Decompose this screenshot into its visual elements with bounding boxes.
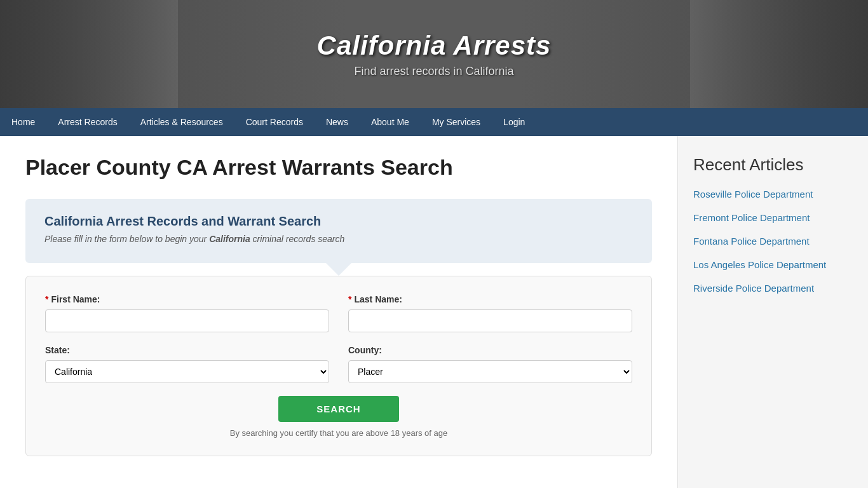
- search-button[interactable]: SEARCH: [278, 396, 398, 422]
- last-name-group: *Last Name:: [348, 294, 632, 332]
- search-disclaimer: By searching you certify that you are ab…: [45, 428, 632, 438]
- subtitle-before: Please fill in the form below to begin y…: [44, 234, 209, 244]
- sidebar-link-fontana[interactable]: Fontana Police Department: [693, 234, 853, 248]
- page-title: Placer County CA Arrest Warrants Search: [25, 155, 652, 180]
- nav-home[interactable]: Home: [0, 108, 46, 136]
- hero-content: California Arrests Find arrest records i…: [317, 30, 552, 78]
- sidebar-link-losangeles[interactable]: Los Angeles Police Department: [693, 258, 853, 271]
- search-section: California Arrest Records and Warrant Se…: [25, 199, 652, 456]
- sidebar-link-roseville[interactable]: Roseville Police Department: [693, 187, 853, 201]
- state-group: State: California: [45, 345, 329, 383]
- search-header-box: California Arrest Records and Warrant Se…: [25, 199, 652, 263]
- sidebar-link-riverside[interactable]: Riverside Police Department: [693, 281, 853, 295]
- first-name-group: *First Name:: [45, 294, 329, 332]
- search-box-title: California Arrest Records and Warrant Se…: [44, 214, 633, 229]
- last-name-required-star: *: [348, 294, 351, 304]
- subtitle-highlight: California: [209, 234, 250, 244]
- nav-news[interactable]: News: [315, 108, 360, 136]
- first-name-required-star: *: [45, 294, 48, 304]
- search-box-arrow: [326, 263, 351, 276]
- nav-arrest-records[interactable]: Arrest Records: [46, 108, 128, 136]
- last-name-label: *Last Name:: [348, 294, 632, 304]
- sidebar: Recent Articles Roseville Police Departm…: [677, 136, 868, 488]
- main-wrapper: Placer County CA Arrest Warrants Search …: [0, 136, 868, 488]
- search-form-container: *First Name: *Last Name: State:: [25, 276, 652, 456]
- subtitle-after: criminal records search: [250, 234, 345, 244]
- state-select[interactable]: California: [45, 360, 329, 383]
- hero-section: California Arrests Find arrest records i…: [0, 0, 868, 108]
- site-subtitle: Find arrest records in California: [317, 65, 552, 78]
- county-label: County:: [348, 345, 632, 355]
- location-row: State: California County: Placer: [45, 345, 632, 383]
- county-group: County: Placer: [348, 345, 632, 383]
- sidebar-link-fremont[interactable]: Fremont Police Department: [693, 211, 853, 224]
- name-row: *First Name: *Last Name:: [45, 294, 632, 332]
- site-title: California Arrests: [317, 30, 552, 61]
- first-name-label: *First Name:: [45, 294, 329, 304]
- county-select[interactable]: Placer: [348, 360, 632, 383]
- state-label: State:: [45, 345, 329, 355]
- nav-my-services[interactable]: My Services: [421, 108, 492, 136]
- nav-about-me[interactable]: About Me: [360, 108, 421, 136]
- sidebar-title: Recent Articles: [693, 155, 853, 175]
- search-box-subtitle: Please fill in the form below to begin y…: [44, 234, 633, 244]
- nav-login[interactable]: Login: [492, 108, 536, 136]
- content-area: Placer County CA Arrest Warrants Search …: [0, 136, 677, 488]
- nav-articles-resources[interactable]: Articles & Resources: [129, 108, 234, 136]
- main-nav: Home Arrest Records Articles & Resources…: [0, 108, 868, 136]
- first-name-input[interactable]: [45, 309, 329, 332]
- last-name-input[interactable]: [348, 309, 632, 332]
- nav-court-records[interactable]: Court Records: [234, 108, 315, 136]
